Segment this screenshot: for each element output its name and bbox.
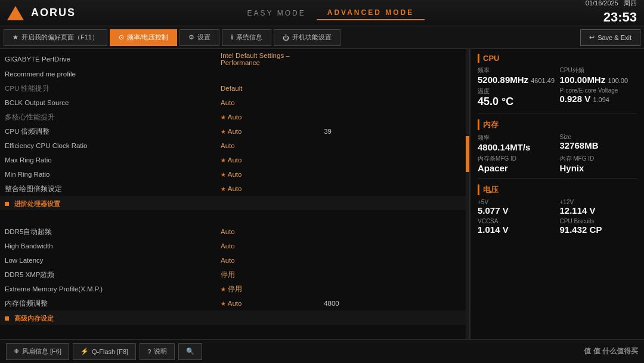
nav-settings[interactable]: ⚙ 设置: [179, 29, 219, 46]
table-row[interactable]: BCLK Output Source Auto: [0, 96, 469, 110]
cpu-voltage-item: P-core/E-core Voltage 0.928 V 1.094: [560, 87, 637, 108]
mem-mfg2-item: 内存 MFG ID Hynix: [560, 155, 637, 173]
mem-size-item: Size 32768MB: [560, 134, 637, 152]
voltage-info-section: 电压 +5V 5.077 V +12V 12.114 V VCCSA 1.014…: [478, 184, 637, 239]
mem-mfg2-value: Hynix: [560, 163, 637, 173]
biscuits-item: CPU Biscuits 91.432 CP: [560, 218, 637, 235]
gauge-icon: ⊙: [119, 33, 124, 41]
brand-logo: AORUS: [31, 7, 76, 19]
mem-freq-item: 频率 4800.14MT/s: [478, 134, 555, 152]
cpu-temp-value: 45.0 °C: [478, 96, 555, 108]
table-row[interactable]: CPU 倍频调整 ★ Auto 39: [0, 124, 469, 139]
nav-preferences[interactable]: ★ 开启我的偏好页面（F11）: [4, 29, 107, 46]
nav-sysinfo[interactable]: ℹ 系统信息: [222, 29, 271, 46]
time-text: 23:53: [586, 8, 637, 27]
cpu-info-grid: 频率 5200.89MHz 4601.49 CPU外频 100.00MHz 10…: [478, 66, 637, 108]
table-row[interactable]: Low Latency Auto: [0, 253, 469, 267]
advanced-mode-label[interactable]: ADVANCED MODE: [317, 6, 425, 20]
cpu-voltage-value: 0.928 V 1.094: [560, 94, 637, 104]
top-bar: AORUS EASY MODE ADVANCED MODE 01/16/2025…: [0, 0, 644, 26]
fan-icon: ❄: [14, 347, 19, 355]
cpu-freq-value: 5200.89MHz 4601.49: [478, 75, 555, 85]
logo-area: AORUS: [7, 6, 76, 20]
v12-value: 12.114 V: [560, 205, 637, 216]
voltage-info-grid: +5V 5.077 V +12V 12.114 V VCCSA 1.014 V …: [478, 199, 637, 235]
v5-value: 5.077 V: [478, 205, 555, 216]
cpu-extfreq-item: CPU外频 100.00MHz 100.00: [560, 66, 637, 85]
nav-bar: ★ 开启我的偏好页面（F11） ⊙ 频率/电压控制 ⚙ 设置 ℹ 系统信息 ⏻ …: [0, 26, 644, 49]
table-row[interactable]: CPU 性能提升 Default: [0, 81, 469, 96]
table-row[interactable]: Min Ring Ratio ★ Auto: [0, 167, 469, 182]
star-icon: ★: [13, 33, 18, 41]
cpu-temp-item: 温度 45.0 °C: [478, 87, 555, 108]
table-row[interactable]: GIGABYTE PerfDrive Intel Default Setting…: [0, 51, 469, 67]
mem-mfg1-item: 内存条MFG ID Apacer: [478, 155, 555, 173]
info-panel: CPU 频率 5200.89MHz 4601.49 CPU外频 100.00MH…: [470, 49, 644, 339]
table-row[interactable]: Extreme Memory Profile(X.M.P.) ★ 停用: [0, 282, 469, 296]
voltage-section-title: 电压: [478, 184, 637, 195]
v5-item: +5V 5.077 V: [478, 199, 555, 216]
vccsa-item: VCCSA 1.014 V: [478, 218, 555, 235]
table-row[interactable]: 高级内存设定: [0, 310, 469, 325]
save-icon: ↩: [589, 33, 595, 41]
memory-info-section: 内存 频率 4800.14MT/s Size 32768MB 内存条MFG ID…: [478, 119, 637, 179]
memory-info-grid: 频率 4800.14MT/s Size 32768MB 内存条MFG ID Ap…: [478, 134, 637, 173]
mem-mfg1-value: Apacer: [478, 163, 555, 173]
main-content: GIGABYTE PerfDrive Intel Default Setting…: [0, 49, 644, 339]
settings-table: GIGABYTE PerfDrive Intel Default Setting…: [0, 51, 469, 339]
table-row[interactable]: Max Ring Ratio ★ Auto: [0, 153, 469, 167]
watermark: 值 值 什么值得买: [584, 346, 638, 356]
bottom-bar: ❄ 风扇信息 [F6] ⚡ Q-Flash [F8] ? 说明 🔍 值 值 什么…: [0, 339, 644, 363]
help-button[interactable]: ? 说明: [140, 343, 175, 360]
search-icon: 🔍: [186, 347, 194, 355]
table-row[interactable]: 内存倍频调整 ★ Auto 4800: [0, 296, 469, 310]
cpu-freq-item: 频率 5200.89MHz 4601.49: [478, 66, 555, 85]
cpu-extfreq-value: 100.00MHz 100.00: [560, 75, 637, 85]
qflash-button[interactable]: ⚡ Q-Flash [F8]: [73, 343, 136, 360]
table-row[interactable]: 多核心性能提升 ★ Auto: [0, 110, 469, 124]
table-row[interactable]: [0, 325, 469, 339]
easy-mode-label[interactable]: EASY MODE: [237, 7, 317, 20]
scroll-thumb[interactable]: [466, 136, 469, 172]
scrollbar[interactable]: [466, 49, 469, 339]
table-row[interactable]: High Bandwidth Auto: [0, 239, 469, 253]
search-button[interactable]: 🔍: [178, 343, 202, 360]
mem-freq-value: 4800.14MT/s: [478, 142, 555, 152]
nav-freq-voltage[interactable]: ⊙ 频率/电压控制: [110, 29, 177, 46]
gear-icon: ⚙: [188, 33, 194, 41]
flash-icon: ⚡: [80, 347, 89, 355]
info-icon: ℹ: [231, 33, 233, 41]
vccsa-value: 1.014 V: [478, 224, 555, 235]
date-text: 01/16/2025 周四: [586, 0, 637, 8]
table-row[interactable]: DDR5自动超频 Auto: [0, 224, 469, 239]
table-row[interactable]: Efficiency CPU Clock Ratio Auto: [0, 139, 469, 153]
help-icon: ?: [147, 348, 151, 355]
nav-boot[interactable]: ⏻ 开机功能设置: [274, 29, 340, 46]
mem-size-value: 32768MB: [560, 140, 637, 150]
mode-selector: EASY MODE ADVANCED MODE: [237, 6, 425, 20]
memory-section-title: 内存: [478, 119, 637, 130]
datetime-area: 01/16/2025 周四 23:53: [586, 0, 637, 27]
nav-save-exit[interactable]: ↩ Save & Exit: [580, 29, 640, 46]
table-row[interactable]: DDR5 XMP超频 停用: [0, 267, 469, 282]
aorus-logo-icon: [7, 6, 24, 20]
cpu-info-section: CPU 频率 5200.89MHz 4601.49 CPU外频 100.00MH…: [478, 54, 637, 113]
fan-info-button[interactable]: ❄ 风扇信息 [F6]: [6, 343, 69, 360]
power-icon: ⏻: [283, 34, 289, 41]
biscuits-value: 91.432 CP: [560, 224, 637, 235]
table-row[interactable]: 进阶处理器设置: [0, 196, 469, 210]
v12-item: +12V 12.114 V: [560, 199, 637, 216]
cpu-section-title: CPU: [478, 54, 637, 63]
settings-panel: GIGABYTE PerfDrive Intel Default Setting…: [0, 49, 470, 339]
table-row[interactable]: Recommend me profile: [0, 67, 469, 81]
table-row[interactable]: [0, 210, 469, 224]
table-row[interactable]: 整合绘图倍频设定 ★ Auto: [0, 182, 469, 196]
